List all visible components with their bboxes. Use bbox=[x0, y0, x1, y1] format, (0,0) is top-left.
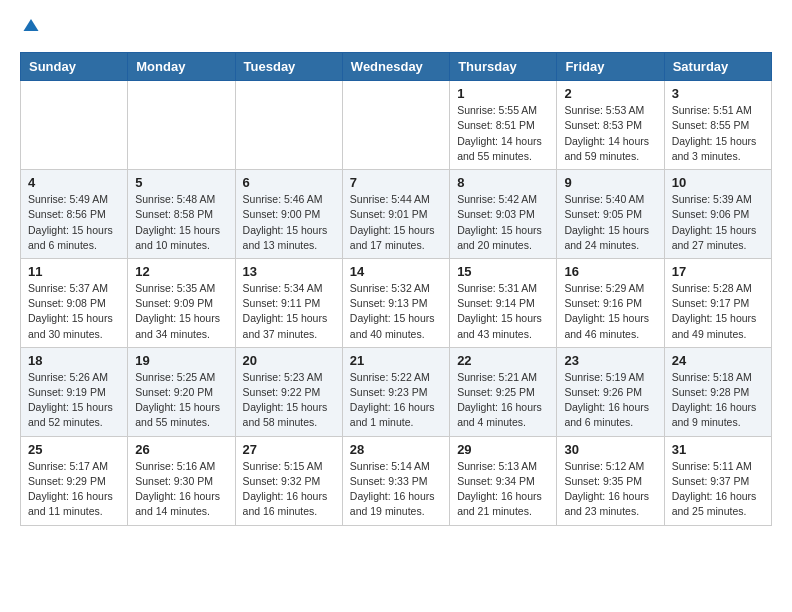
day-info: Sunrise: 5:14 AMSunset: 9:33 PMDaylight:… bbox=[350, 459, 442, 520]
day-cell: 29Sunrise: 5:13 AMSunset: 9:34 PMDayligh… bbox=[450, 436, 557, 525]
header bbox=[20, 20, 772, 44]
day-info: Sunrise: 5:17 AMSunset: 9:29 PMDaylight:… bbox=[28, 459, 120, 520]
day-info: Sunrise: 5:51 AMSunset: 8:55 PMDaylight:… bbox=[672, 103, 764, 164]
page: SundayMondayTuesdayWednesdayThursdayFrid… bbox=[0, 0, 792, 536]
week-row-1: 1Sunrise: 5:55 AMSunset: 8:51 PMDaylight… bbox=[21, 81, 772, 170]
day-info: Sunrise: 5:16 AMSunset: 9:30 PMDaylight:… bbox=[135, 459, 227, 520]
weekday-header-row: SundayMondayTuesdayWednesdayThursdayFrid… bbox=[21, 53, 772, 81]
day-info: Sunrise: 5:26 AMSunset: 9:19 PMDaylight:… bbox=[28, 370, 120, 431]
day-number: 7 bbox=[350, 175, 442, 190]
day-number: 2 bbox=[564, 86, 656, 101]
day-cell: 20Sunrise: 5:23 AMSunset: 9:22 PMDayligh… bbox=[235, 347, 342, 436]
day-info: Sunrise: 5:53 AMSunset: 8:53 PMDaylight:… bbox=[564, 103, 656, 164]
day-cell: 23Sunrise: 5:19 AMSunset: 9:26 PMDayligh… bbox=[557, 347, 664, 436]
day-number: 14 bbox=[350, 264, 442, 279]
day-cell: 22Sunrise: 5:21 AMSunset: 9:25 PMDayligh… bbox=[450, 347, 557, 436]
day-info: Sunrise: 5:22 AMSunset: 9:23 PMDaylight:… bbox=[350, 370, 442, 431]
day-number: 1 bbox=[457, 86, 549, 101]
logo-icon bbox=[22, 16, 40, 34]
day-cell bbox=[21, 81, 128, 170]
day-number: 22 bbox=[457, 353, 549, 368]
week-row-4: 18Sunrise: 5:26 AMSunset: 9:19 PMDayligh… bbox=[21, 347, 772, 436]
day-info: Sunrise: 5:18 AMSunset: 9:28 PMDaylight:… bbox=[672, 370, 764, 431]
day-cell: 17Sunrise: 5:28 AMSunset: 9:17 PMDayligh… bbox=[664, 258, 771, 347]
day-number: 6 bbox=[243, 175, 335, 190]
day-number: 18 bbox=[28, 353, 120, 368]
day-cell bbox=[235, 81, 342, 170]
day-cell: 21Sunrise: 5:22 AMSunset: 9:23 PMDayligh… bbox=[342, 347, 449, 436]
day-info: Sunrise: 5:12 AMSunset: 9:35 PMDaylight:… bbox=[564, 459, 656, 520]
day-number: 4 bbox=[28, 175, 120, 190]
day-cell: 13Sunrise: 5:34 AMSunset: 9:11 PMDayligh… bbox=[235, 258, 342, 347]
day-number: 10 bbox=[672, 175, 764, 190]
day-cell: 7Sunrise: 5:44 AMSunset: 9:01 PMDaylight… bbox=[342, 170, 449, 259]
day-number: 15 bbox=[457, 264, 549, 279]
day-info: Sunrise: 5:46 AMSunset: 9:00 PMDaylight:… bbox=[243, 192, 335, 253]
day-number: 17 bbox=[672, 264, 764, 279]
weekday-header-friday: Friday bbox=[557, 53, 664, 81]
weekday-header-thursday: Thursday bbox=[450, 53, 557, 81]
week-row-3: 11Sunrise: 5:37 AMSunset: 9:08 PMDayligh… bbox=[21, 258, 772, 347]
day-cell: 24Sunrise: 5:18 AMSunset: 9:28 PMDayligh… bbox=[664, 347, 771, 436]
day-info: Sunrise: 5:15 AMSunset: 9:32 PMDaylight:… bbox=[243, 459, 335, 520]
day-number: 27 bbox=[243, 442, 335, 457]
day-cell: 8Sunrise: 5:42 AMSunset: 9:03 PMDaylight… bbox=[450, 170, 557, 259]
day-cell: 18Sunrise: 5:26 AMSunset: 9:19 PMDayligh… bbox=[21, 347, 128, 436]
day-number: 26 bbox=[135, 442, 227, 457]
day-info: Sunrise: 5:32 AMSunset: 9:13 PMDaylight:… bbox=[350, 281, 442, 342]
day-info: Sunrise: 5:40 AMSunset: 9:05 PMDaylight:… bbox=[564, 192, 656, 253]
day-info: Sunrise: 5:19 AMSunset: 9:26 PMDaylight:… bbox=[564, 370, 656, 431]
day-cell: 9Sunrise: 5:40 AMSunset: 9:05 PMDaylight… bbox=[557, 170, 664, 259]
day-info: Sunrise: 5:13 AMSunset: 9:34 PMDaylight:… bbox=[457, 459, 549, 520]
day-number: 24 bbox=[672, 353, 764, 368]
day-number: 31 bbox=[672, 442, 764, 457]
day-info: Sunrise: 5:44 AMSunset: 9:01 PMDaylight:… bbox=[350, 192, 442, 253]
day-info: Sunrise: 5:25 AMSunset: 9:20 PMDaylight:… bbox=[135, 370, 227, 431]
day-cell: 10Sunrise: 5:39 AMSunset: 9:06 PMDayligh… bbox=[664, 170, 771, 259]
day-info: Sunrise: 5:31 AMSunset: 9:14 PMDaylight:… bbox=[457, 281, 549, 342]
day-info: Sunrise: 5:49 AMSunset: 8:56 PMDaylight:… bbox=[28, 192, 120, 253]
day-cell: 2Sunrise: 5:53 AMSunset: 8:53 PMDaylight… bbox=[557, 81, 664, 170]
day-cell: 19Sunrise: 5:25 AMSunset: 9:20 PMDayligh… bbox=[128, 347, 235, 436]
day-number: 20 bbox=[243, 353, 335, 368]
day-cell: 27Sunrise: 5:15 AMSunset: 9:32 PMDayligh… bbox=[235, 436, 342, 525]
day-number: 16 bbox=[564, 264, 656, 279]
day-number: 28 bbox=[350, 442, 442, 457]
weekday-header-monday: Monday bbox=[128, 53, 235, 81]
day-cell: 31Sunrise: 5:11 AMSunset: 9:37 PMDayligh… bbox=[664, 436, 771, 525]
day-cell: 6Sunrise: 5:46 AMSunset: 9:00 PMDaylight… bbox=[235, 170, 342, 259]
day-cell: 11Sunrise: 5:37 AMSunset: 9:08 PMDayligh… bbox=[21, 258, 128, 347]
day-cell bbox=[342, 81, 449, 170]
day-cell: 3Sunrise: 5:51 AMSunset: 8:55 PMDaylight… bbox=[664, 81, 771, 170]
weekday-header-saturday: Saturday bbox=[664, 53, 771, 81]
calendar-table: SundayMondayTuesdayWednesdayThursdayFrid… bbox=[20, 52, 772, 525]
svg-marker-0 bbox=[24, 19, 39, 31]
day-info: Sunrise: 5:39 AMSunset: 9:06 PMDaylight:… bbox=[672, 192, 764, 253]
day-info: Sunrise: 5:23 AMSunset: 9:22 PMDaylight:… bbox=[243, 370, 335, 431]
day-cell: 28Sunrise: 5:14 AMSunset: 9:33 PMDayligh… bbox=[342, 436, 449, 525]
day-number: 23 bbox=[564, 353, 656, 368]
day-cell: 30Sunrise: 5:12 AMSunset: 9:35 PMDayligh… bbox=[557, 436, 664, 525]
day-cell: 26Sunrise: 5:16 AMSunset: 9:30 PMDayligh… bbox=[128, 436, 235, 525]
day-number: 19 bbox=[135, 353, 227, 368]
day-number: 5 bbox=[135, 175, 227, 190]
day-cell: 4Sunrise: 5:49 AMSunset: 8:56 PMDaylight… bbox=[21, 170, 128, 259]
day-info: Sunrise: 5:55 AMSunset: 8:51 PMDaylight:… bbox=[457, 103, 549, 164]
day-cell: 25Sunrise: 5:17 AMSunset: 9:29 PMDayligh… bbox=[21, 436, 128, 525]
weekday-header-tuesday: Tuesday bbox=[235, 53, 342, 81]
day-cell: 16Sunrise: 5:29 AMSunset: 9:16 PMDayligh… bbox=[557, 258, 664, 347]
day-number: 25 bbox=[28, 442, 120, 457]
day-info: Sunrise: 5:34 AMSunset: 9:11 PMDaylight:… bbox=[243, 281, 335, 342]
day-number: 3 bbox=[672, 86, 764, 101]
day-cell: 12Sunrise: 5:35 AMSunset: 9:09 PMDayligh… bbox=[128, 258, 235, 347]
day-info: Sunrise: 5:29 AMSunset: 9:16 PMDaylight:… bbox=[564, 281, 656, 342]
day-number: 13 bbox=[243, 264, 335, 279]
day-number: 9 bbox=[564, 175, 656, 190]
day-info: Sunrise: 5:35 AMSunset: 9:09 PMDaylight:… bbox=[135, 281, 227, 342]
day-info: Sunrise: 5:37 AMSunset: 9:08 PMDaylight:… bbox=[28, 281, 120, 342]
weekday-header-sunday: Sunday bbox=[21, 53, 128, 81]
day-cell: 15Sunrise: 5:31 AMSunset: 9:14 PMDayligh… bbox=[450, 258, 557, 347]
weekday-header-wednesday: Wednesday bbox=[342, 53, 449, 81]
day-info: Sunrise: 5:11 AMSunset: 9:37 PMDaylight:… bbox=[672, 459, 764, 520]
day-cell bbox=[128, 81, 235, 170]
